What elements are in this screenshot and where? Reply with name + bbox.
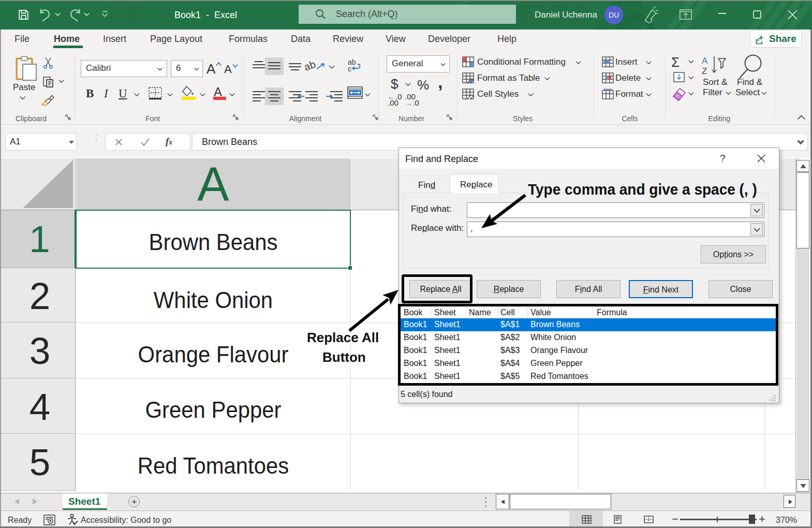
svg-text:c: c	[348, 65, 351, 72]
svg-text:Z: Z	[702, 66, 707, 75]
svg-text:A: A	[702, 56, 708, 66]
svg-text:ab: ab	[302, 58, 317, 73]
